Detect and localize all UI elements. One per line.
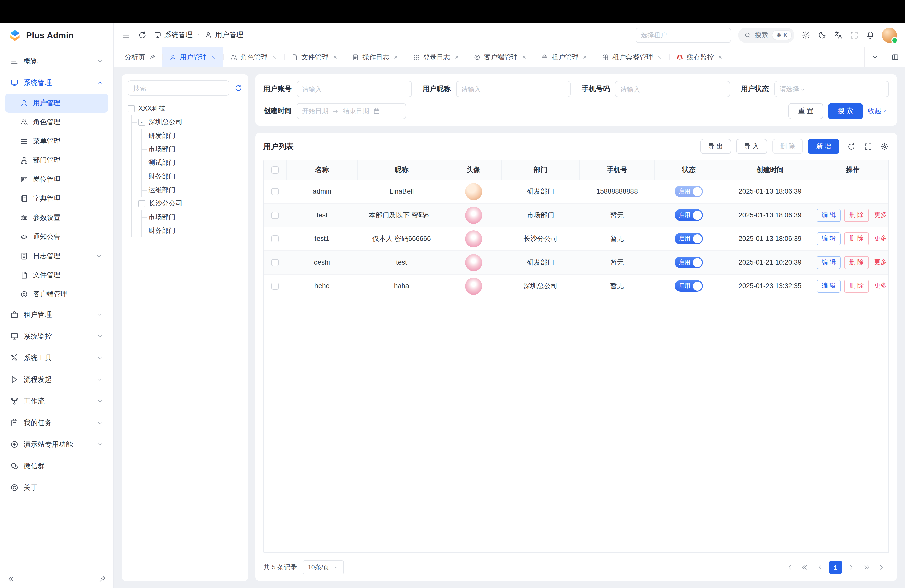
sidebar-item-flow[interactable]: 流程发起 [5,369,108,390]
sidebar-item-tools[interactable]: 系统工具 [5,347,108,369]
collapse-filters-link[interactable]: 收起 [868,106,889,116]
account-input[interactable] [297,81,411,97]
row-checkbox[interactable] [272,188,279,195]
tab-close-icon[interactable] [454,54,459,60]
date-range-picker[interactable]: 开始日期 结束日期 [297,103,406,119]
sidebar-item-dept[interactable]: 部门管理 [5,151,108,170]
tab-close-icon[interactable] [582,54,588,60]
more-button[interactable]: 更多 [872,280,888,292]
sidebar-item-post[interactable]: 岗位管理 [5,170,108,189]
page-fast-prev[interactable] [798,561,811,574]
sidebar-item-demo[interactable]: 演示站专用功能 [5,434,108,455]
tab-2[interactable]: 角色管理 [223,47,284,67]
tab-3[interactable]: 文件管理 [284,47,345,67]
delete-button[interactable]: 删 除 [845,232,869,245]
delete-button[interactable]: 删 除 [845,208,869,222]
tree-node[interactable]: 财务部门 [148,224,242,237]
hamburger-button[interactable] [122,30,131,40]
page-fast-next[interactable] [860,561,873,574]
global-search-button[interactable]: 搜索 ⌘ K [738,27,794,43]
notification-bell-button[interactable] [866,30,875,40]
sidebar-item-workflow[interactable]: 工作流 [5,390,108,412]
sidebar-item-system[interactable]: 系统管理 [5,72,108,94]
tree-node[interactable]: -长沙分公司 [138,197,242,210]
sidebar-item-client[interactable]: 客户端管理 [5,285,108,304]
tree-node[interactable]: -XXX科技 [128,102,242,115]
sidebar-item-dict[interactable]: 字典管理 [5,189,108,208]
edit-button[interactable]: 编 辑 [817,280,841,292]
row-checkbox[interactable] [272,283,279,289]
table-fullscreen-button[interactable] [861,142,872,151]
sidebar-pin-button[interactable] [98,575,106,583]
export-button[interactable]: 导 出 [700,139,731,154]
sidebar-collapse-button[interactable] [7,575,14,583]
tab-dropdown-button[interactable] [865,47,885,67]
tab-6[interactable]: 客户端管理 [466,47,534,67]
tab-1[interactable]: 用户管理 [162,47,223,67]
row-checkbox[interactable] [272,211,279,219]
table-refresh-button[interactable] [844,142,856,151]
fullscreen-button[interactable] [850,30,859,40]
nickname-input[interactable] [456,81,571,97]
tab-7[interactable]: 租户管理 [534,47,595,67]
tab-close-icon[interactable] [393,54,399,60]
tree-refresh-button[interactable] [234,84,242,92]
tree-node[interactable]: 运维部门 [148,183,242,197]
select-all-checkbox[interactable] [272,167,279,173]
status-toggle[interactable]: 启用 [675,209,703,221]
delete-button[interactable]: 删 除 [845,280,869,292]
tree-node[interactable]: 研发部门 [148,129,242,142]
more-button[interactable]: 更多 [872,232,888,245]
page-last[interactable] [876,561,889,574]
edit-button[interactable]: 编 辑 [817,256,841,269]
sidebar-item-param[interactable]: 参数设置 [5,208,108,227]
tab-9[interactable]: 缓存监控 [669,47,730,67]
bulk-delete-button[interactable]: 删 除 [772,139,803,154]
breadcrumb-item-system[interactable]: 系统管理 [164,30,192,40]
page-prev[interactable] [813,561,827,574]
tree-node[interactable]: 财务部门 [148,170,242,183]
sidebar-item-tasks[interactable]: 我的任务 [5,412,108,434]
sidebar-item-role[interactable]: 角色管理 [5,113,108,132]
language-toggle[interactable] [834,30,843,40]
sidebar-item-sys-monitor[interactable]: 系统监控 [5,326,108,347]
tree-expander-icon[interactable]: - [138,200,145,207]
add-button[interactable]: 新 增 [808,139,839,154]
table-settings-button[interactable] [877,142,889,151]
tab-close-icon[interactable] [521,54,527,60]
more-button[interactable]: 更多 [872,208,888,222]
tree-search-input[interactable] [128,81,229,95]
status-toggle[interactable]: 启用 [675,233,703,245]
dark-mode-toggle[interactable] [818,30,827,40]
tree-expander-icon[interactable]: - [128,105,135,112]
more-button[interactable]: 更多 [872,256,888,269]
tab-4[interactable]: 操作日志 [345,47,405,67]
tree-node[interactable]: 市场部门 [148,142,242,156]
edit-button[interactable]: 编 辑 [817,232,841,245]
tab-0[interactable]: 分析页 [117,47,162,67]
tree-node[interactable]: 市场部门 [148,210,242,224]
tab-8[interactable]: 租户套餐管理 [595,47,669,67]
phone-input[interactable] [615,81,730,97]
page-next[interactable] [845,561,858,574]
sidebar-item-file[interactable]: 文件管理 [5,265,108,285]
tab-5[interactable]: 登录日志 [405,47,466,67]
pin-icon[interactable] [149,54,155,60]
tenant-select[interactable] [635,27,731,43]
sidebar-item-about[interactable]: 关于 [5,477,108,499]
tree-expander-icon[interactable]: - [138,118,145,126]
row-checkbox[interactable] [272,259,279,266]
search-button[interactable]: 搜 索 [828,103,863,119]
status-toggle[interactable]: 启用 [675,256,703,268]
tab-close-icon[interactable] [210,54,216,60]
sidebar-item-notice[interactable]: 通知公告 [5,227,108,246]
refresh-button[interactable] [138,30,147,40]
tab-close-icon[interactable] [271,54,277,60]
edit-button[interactable]: 编 辑 [817,208,841,222]
tree-node[interactable]: 测试部门 [148,156,242,170]
import-button[interactable]: 导 入 [736,139,767,154]
tab-close-icon[interactable] [718,54,723,60]
row-checkbox[interactable] [272,235,279,242]
sidebar-item-user[interactable]: 用户管理 [5,94,108,113]
page-first[interactable] [782,561,795,574]
